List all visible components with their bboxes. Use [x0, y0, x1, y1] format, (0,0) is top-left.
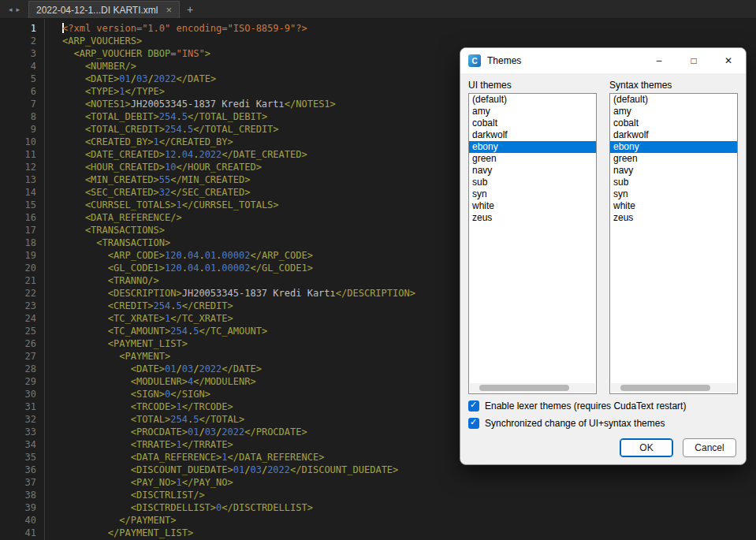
line-number: 39 — [0, 501, 36, 514]
line-number: 1 — [0, 22, 36, 35]
code-line: <DATA_REFERENCE/> — [62, 211, 415, 224]
theme-option[interactable]: zeus — [469, 212, 596, 224]
line-number: 8 — [0, 110, 36, 123]
line-number: 5 — [0, 73, 36, 85]
line-number: 23 — [0, 300, 36, 312]
theme-option[interactable]: syn — [610, 188, 737, 200]
theme-option[interactable]: syn — [469, 188, 596, 200]
code-line: <NUMBER/> — [62, 60, 415, 73]
theme-option[interactable]: cobalt — [469, 117, 596, 129]
theme-option[interactable]: sub — [610, 177, 737, 188]
code-line: <SEC_CREATED>32</SEC_CREATED> — [62, 186, 415, 199]
theme-option[interactable]: cobalt — [610, 117, 737, 129]
line-number: 11 — [0, 148, 36, 161]
line-number: 21 — [0, 274, 36, 287]
new-tab-button[interactable]: + — [180, 0, 200, 18]
line-number: 34 — [0, 438, 36, 451]
code-line: </PAYMENT_LIST> — [62, 527, 415, 539]
theme-option[interactable]: navy — [469, 165, 596, 177]
ui-theme-list[interactable]: (default)amycobaltdarkwolfebonygreennavy… — [468, 93, 597, 394]
close-button[interactable]: ✕ — [711, 48, 746, 73]
theme-option[interactable]: (default) — [469, 94, 596, 106]
horizontal-scrollbar[interactable] — [470, 383, 595, 393]
code-line: <TRRATE>1</TRRATE> — [62, 438, 415, 451]
line-number: 14 — [0, 186, 36, 199]
theme-option[interactable]: navy — [610, 165, 737, 177]
line-number: 29 — [0, 375, 36, 388]
code-line: <PAYMENT_LIST> — [62, 337, 415, 350]
line-number: 33 — [0, 426, 36, 438]
theme-option[interactable]: ebony — [469, 141, 596, 153]
ui-themes-label: UI themes — [468, 80, 597, 91]
sync-themes-checkbox[interactable] — [468, 418, 479, 429]
code-line: <PROCDATE>01/03/2022</PROCDATE> — [62, 426, 415, 438]
theme-option[interactable]: sub — [469, 177, 596, 188]
code-line: <DISCTRDELLIST>0</DISCTRDELLIST> — [62, 501, 415, 514]
tab-close-icon[interactable]: × — [166, 5, 173, 15]
code-line: <TYPE>1</TYPE> — [62, 85, 415, 98]
theme-option[interactable]: green — [469, 153, 596, 165]
scrollbar-thumb[interactable] — [479, 385, 569, 391]
code-line: <TOTAL_CREDIT>254.5</TOTAL_CREDIT> — [62, 123, 415, 136]
scroll-tabs-right-icon[interactable]: ▸ — [17, 6, 20, 13]
line-number: 36 — [0, 464, 36, 476]
code-line: <?xml version="1.0" encoding="ISO-8859-9… — [62, 22, 415, 35]
code-line: <DESCRIPTION>JH20053345-1837 Kredi Kartı… — [62, 287, 415, 300]
theme-option[interactable]: (default) — [610, 94, 737, 106]
theme-option[interactable]: darkwolf — [610, 129, 737, 141]
line-number: 3 — [0, 47, 36, 60]
theme-option[interactable]: amy — [610, 106, 737, 117]
ok-button[interactable]: OK — [620, 438, 673, 457]
code-line: <ARP_VOUCHERS> — [62, 35, 415, 47]
code-line: <CURRSEL_TOTALS>1</CURRSEL_TOTALS> — [62, 199, 415, 211]
theme-option[interactable]: white — [469, 200, 596, 212]
maximize-button[interactable]: □ — [676, 48, 711, 73]
lexer-themes-checkbox-row: Enable lexer themes (requires CudaText r… — [468, 400, 738, 412]
code-line: <CREATED_BY>1</CREATED_BY> — [62, 136, 415, 148]
code-line: <DATA_REFERENCE>1</DATA_REFERENCE> — [62, 451, 415, 464]
theme-option[interactable]: green — [610, 153, 737, 165]
tab-active[interactable]: 2022-04-12-1...DI KARTI.xml × — [28, 1, 180, 18]
code-line: <DATE>01/03/2022</DATE> — [62, 73, 415, 85]
code-area[interactable]: <?xml version="1.0" encoding="ISO-8859-9… — [45, 19, 415, 540]
scroll-tabs-left-icon[interactable]: ◂ — [9, 6, 13, 13]
code-line: <DATE_CREATED>12.04.2022</DATE_CREATED> — [62, 148, 415, 161]
line-number: 12 — [0, 161, 36, 173]
line-number: 35 — [0, 451, 36, 464]
scrollbar-thumb[interactable] — [620, 385, 710, 391]
code-line: <TC_AMOUNT>254.5</TC_AMOUNT> — [62, 325, 415, 337]
app-window: ◂ ▸ 2022-04-12-1...DI KARTI.xml × + 1234… — [0, 0, 756, 540]
line-number: 13 — [0, 173, 36, 186]
line-number: 16 — [0, 211, 36, 224]
syntax-theme-list[interactable]: (default)amycobaltdarkwolfebonygreennavy… — [609, 93, 738, 394]
theme-option[interactable]: amy — [469, 106, 596, 117]
theme-option[interactable]: darkwolf — [469, 129, 596, 141]
gutter: 1234567891011121314151617181920212223242… — [0, 19, 45, 540]
code-line: <ARP_VOUCHER DBOP="INS"> — [62, 47, 415, 60]
theme-option[interactable]: zeus — [610, 212, 737, 224]
line-number: 2 — [0, 35, 36, 47]
line-number: 41 — [0, 527, 36, 539]
horizontal-scrollbar[interactable] — [611, 383, 736, 393]
code-line: <DISCOUNT_DUEDATE>01/03/2022</DISCOUNT_D… — [62, 464, 415, 476]
tab-bar: ◂ ▸ 2022-04-12-1...DI KARTI.xml × + — [0, 0, 756, 19]
line-number: 24 — [0, 312, 36, 325]
code-line: <TOTAL_DEBIT>254.5</TOTAL_DEBIT> — [62, 110, 415, 123]
cancel-button[interactable]: Cancel — [683, 438, 736, 457]
line-number: 10 — [0, 136, 36, 148]
dialog-titlebar[interactable]: C Themes – □ ✕ — [460, 48, 746, 73]
code-line: <ARP_CODE>120.04.01.00002</ARP_CODE> — [62, 249, 415, 262]
code-line: <TRANNO/> — [62, 274, 415, 287]
code-line: <NOTES1>JH20053345-1837 Kredi Kartı</NOT… — [62, 98, 415, 110]
line-number: 9 — [0, 123, 36, 136]
theme-option[interactable]: ebony — [610, 141, 737, 153]
themes-dialog: C Themes – □ ✕ UI themes Syntax themes (… — [460, 47, 747, 465]
line-number: 27 — [0, 350, 36, 363]
line-number: 22 — [0, 287, 36, 300]
theme-option[interactable]: white — [610, 200, 737, 212]
code-line: <MIN_CREATED>55</MIN_CREATED> — [62, 173, 415, 186]
dialog-title: Themes — [487, 55, 521, 66]
line-number: 20 — [0, 262, 36, 274]
lexer-themes-checkbox[interactable] — [468, 400, 479, 412]
minimize-button[interactable]: – — [642, 48, 676, 73]
